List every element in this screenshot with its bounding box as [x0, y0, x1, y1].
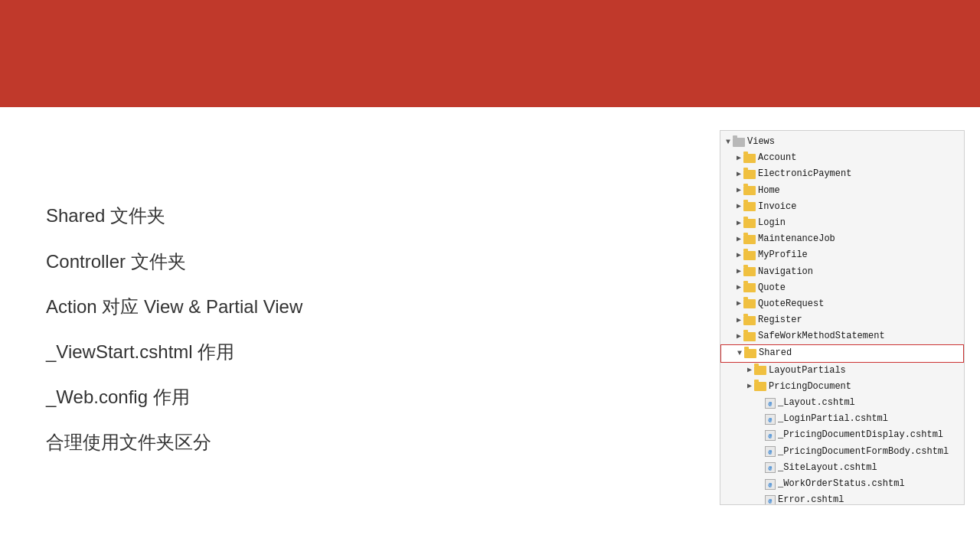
tree-container: ViewsAccountElectronicPaymentHomeInvoice…	[720, 131, 964, 505]
bullet-item: _Web.config 作用	[46, 385, 674, 409]
folder-icon	[754, 366, 766, 375]
tree-item-label: Invoice	[758, 200, 796, 214]
razor-file-icon	[765, 398, 776, 409]
tree-item-label: Login	[758, 216, 786, 230]
expand-arrow	[734, 266, 743, 278]
tree-item-label: MyProfile	[758, 248, 808, 262]
folder-row[interactable]: Invoice	[720, 199, 964, 215]
razor-file-icon	[765, 462, 776, 473]
tree-item-label: MaintenanceJob	[758, 232, 835, 246]
folder-icon	[743, 251, 756, 260]
file-row[interactable]: Error.cshtml	[720, 492, 964, 505]
tree-item-label: Shared	[759, 346, 792, 360]
main-content: Shared 文件夹Controller 文件夹Action 对应 View &…	[0, 107, 980, 551]
tree-item-label: Error.cshtml	[778, 493, 844, 505]
tree-item-label: QuoteRequest	[758, 297, 824, 311]
folder-row[interactable]: Register	[720, 312, 964, 328]
bullet-item: _ViewStart.cshtml 作用	[46, 340, 674, 364]
expand-arrow	[734, 315, 743, 327]
tree-item-label: Quote	[758, 281, 786, 295]
tree-item-label: _SiteLayout.cshtml	[778, 461, 877, 475]
folder-row[interactable]: SafeWorkMethodStatement	[720, 328, 964, 344]
folder-icon	[743, 202, 756, 211]
tree-item-label: PricingDocument	[769, 380, 851, 394]
folder-row[interactable]: Views	[720, 134, 964, 150]
folder-icon	[743, 332, 756, 341]
file-row[interactable]: _WorkOrderStatus.cshtml	[720, 476, 964, 492]
tree-item-label: Views	[747, 135, 775, 149]
file-row[interactable]: _PricingDocumentFormBody.cshtml	[720, 444, 964, 460]
expand-arrow	[745, 380, 754, 393]
folder-icon	[743, 235, 756, 244]
expand-arrow	[734, 298, 743, 310]
folder-row[interactable]: Home	[720, 183, 964, 199]
file-row[interactable]: _Layout.cshtml	[720, 395, 964, 411]
folder-icon	[754, 382, 766, 391]
bullet-item: Action 对应 View & Partial View	[46, 295, 674, 318]
tree-item-label: LayoutPartials	[769, 364, 846, 378]
tree-item-label: _WorkOrderStatus.cshtml	[778, 477, 905, 491]
bullet-item: Controller 文件夹	[46, 249, 674, 273]
left-panel: Shared 文件夹Controller 文件夹Action 对应 View &…	[0, 122, 720, 536]
razor-file-icon	[765, 495, 776, 505]
folder-icon	[733, 138, 745, 147]
razor-file-icon	[765, 479, 776, 490]
razor-file-icon	[765, 414, 776, 425]
folder-icon	[743, 170, 756, 179]
tree-item-label: _LoginPartial.cshtml	[778, 412, 888, 426]
tree-item-label: Register	[758, 313, 802, 328]
tree-item-label: SafeWorkMethodStatement	[758, 329, 885, 344]
tree-item-label: _Layout.cshtml	[778, 396, 855, 410]
folder-icon	[743, 154, 756, 163]
folder-row[interactable]: MyProfile	[720, 247, 964, 263]
expand-arrow	[734, 249, 743, 262]
collapse-arrow	[724, 136, 733, 148]
folder-row[interactable]: PricingDocument	[720, 379, 964, 395]
expand-arrow	[734, 201, 743, 213]
header	[0, 0, 980, 107]
bullet-item: Shared 文件夹	[46, 204, 674, 227]
folder-icon	[744, 349, 756, 358]
tree-item-label: Account	[758, 151, 796, 165]
folder-row[interactable]: Login	[720, 215, 964, 231]
file-row[interactable]: _LoginPartial.cshtml	[720, 411, 964, 427]
expand-arrow	[745, 364, 754, 377]
folder-row[interactable]: ElectronicPayment	[720, 166, 964, 182]
folder-row[interactable]: Shared	[720, 344, 964, 362]
razor-file-icon	[765, 430, 776, 441]
folder-row[interactable]: Quote	[720, 280, 964, 296]
folder-row[interactable]: Navigation	[720, 264, 964, 280]
folder-icon	[743, 219, 756, 228]
folder-row[interactable]: QuoteRequest	[720, 296, 964, 312]
folder-icon	[743, 267, 756, 276]
bullet-item: 合理使用文件夹区分	[46, 430, 674, 454]
folder-icon	[743, 186, 756, 195]
tree-item-label: _PricingDocumentDisplay.cshtml	[778, 428, 943, 442]
file-tree: ViewsAccountElectronicPaymentHomeInvoice…	[720, 130, 965, 505]
folder-row[interactable]: Account	[720, 150, 964, 166]
razor-file-icon	[765, 446, 776, 457]
expand-arrow	[734, 217, 743, 230]
expand-arrow	[734, 233, 743, 246]
file-row[interactable]: _SiteLayout.cshtml	[720, 460, 964, 476]
folder-row[interactable]: MaintenanceJob	[720, 231, 964, 247]
tree-item-label: _PricingDocumentFormBody.cshtml	[778, 445, 949, 459]
expand-arrow	[734, 152, 743, 165]
expand-arrow	[734, 168, 743, 181]
folder-icon	[743, 316, 756, 325]
folder-icon	[743, 299, 756, 308]
expand-arrow	[734, 331, 743, 343]
expand-arrow	[734, 282, 743, 294]
folder-icon	[743, 283, 756, 292]
tree-item-label: ElectronicPayment	[758, 167, 851, 181]
tree-item-label: Home	[758, 184, 780, 198]
tree-item-label: Navigation	[758, 265, 813, 279]
expand-arrow	[734, 184, 743, 197]
collapse-arrow	[735, 347, 744, 360]
folder-row[interactable]: LayoutPartials	[720, 363, 964, 379]
file-row[interactable]: _PricingDocumentDisplay.cshtml	[720, 427, 964, 443]
